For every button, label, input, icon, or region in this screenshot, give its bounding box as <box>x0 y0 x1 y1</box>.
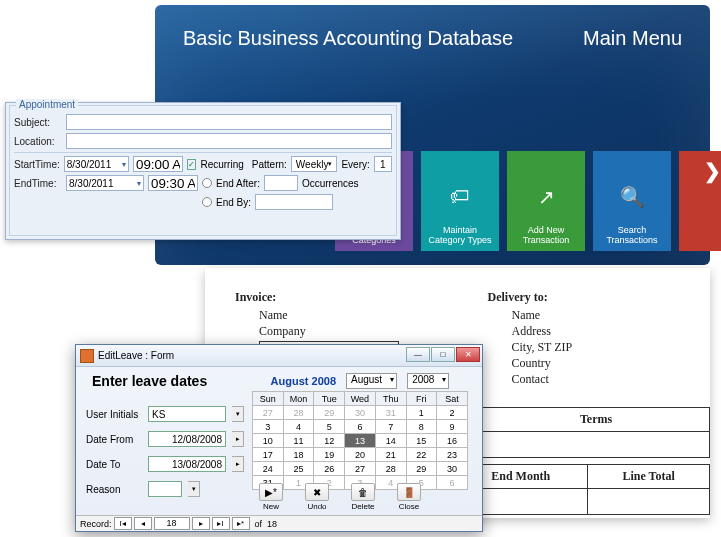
undo-icon: ✖ <box>305 483 329 501</box>
nav-last-button[interactable]: ▸I <box>212 517 230 530</box>
nav-first-button[interactable]: I◂ <box>114 517 132 530</box>
calendar-day[interactable]: 7 <box>375 420 406 434</box>
starttime-label: StartTime: <box>14 159 60 170</box>
calendar-day[interactable]: 23 <box>437 448 468 462</box>
calendar-day[interactable]: 9 <box>437 420 468 434</box>
month-select[interactable]: August <box>346 373 397 389</box>
calendar-day[interactable]: 30 <box>345 406 376 420</box>
endafter-input[interactable] <box>264 175 298 191</box>
calendar-day[interactable]: 20 <box>345 448 376 462</box>
delivery-address: Address <box>512 323 681 339</box>
delivery-contact: Contact <box>512 371 681 387</box>
occurrences-label: Occurrences <box>302 178 359 189</box>
endby-label: End By: <box>216 197 251 208</box>
calendar-grid[interactable]: SunMonTueWedThuFriSat2728293031123456789… <box>252 391 468 490</box>
calendar-day[interactable]: 28 <box>283 406 314 420</box>
chevron-down-icon: ▾ <box>328 160 332 168</box>
date-from-input[interactable]: 12/08/2008 <box>148 431 226 447</box>
nav-new-button[interactable]: ▸* <box>232 517 250 530</box>
calendar-day[interactable]: 4 <box>283 420 314 434</box>
calendar-day[interactable]: 10 <box>253 434 284 448</box>
undo-button[interactable]: ✖Undo <box>298 483 336 511</box>
calendar-day[interactable]: 30 <box>437 462 468 476</box>
user-initials-label: User Initials <box>86 409 142 420</box>
calendar-dow: Tue <box>314 392 345 406</box>
reason-input[interactable] <box>148 481 182 497</box>
calendar-day[interactable]: 11 <box>283 434 314 448</box>
delete-button[interactable]: 🗑Delete <box>344 483 382 511</box>
tile-maintain-category-types[interactable]: 🏷 Maintain Category Types <box>421 151 499 251</box>
calendar-day[interactable]: 13 <box>345 434 376 448</box>
calendar-day[interactable]: 31 <box>375 406 406 420</box>
record-navigator: Record: I◂ ◂ 18 ▸ ▸I ▸* of 18 <box>76 515 482 531</box>
calendar-day[interactable]: 1 <box>406 406 437 420</box>
calendar-dow: Wed <box>345 392 376 406</box>
year-select[interactable]: 2008 <box>407 373 449 389</box>
calendar-day[interactable]: 24 <box>253 462 284 476</box>
titlebar[interactable]: EditLeave : Form — □ ✕ <box>76 345 482 367</box>
end-time-input[interactable] <box>148 175 198 191</box>
app-title: Basic Business Accounting Database <box>183 27 513 50</box>
recurring-checkbox[interactable]: ✓ <box>187 159 196 170</box>
date-picker-icon[interactable]: ▸ <box>232 431 244 447</box>
delivery-name: Name <box>512 307 681 323</box>
end-date-picker[interactable]: 8/30/2011▾ <box>66 175 144 191</box>
calendar-day[interactable]: 18 <box>283 448 314 462</box>
calendar-day[interactable]: 27 <box>345 462 376 476</box>
delivery-heading: Delivery to: <box>488 290 681 305</box>
calendar-day[interactable]: 25 <box>283 462 314 476</box>
tile-next[interactable]: ❯ <box>679 151 721 251</box>
close-button[interactable]: 🚪Close <box>390 483 428 511</box>
date-to-input[interactable]: 13/08/2008 <box>148 456 226 472</box>
record-number[interactable]: 18 <box>154 517 190 530</box>
calendar-day[interactable]: 6 <box>437 476 468 490</box>
calendar-day[interactable]: 2 <box>437 406 468 420</box>
calendar-day[interactable]: 19 <box>314 448 345 462</box>
calendar-day[interactable]: 17 <box>253 448 284 462</box>
calendar-day[interactable]: 16 <box>437 434 468 448</box>
calendar-day[interactable]: 5 <box>314 420 345 434</box>
calendar-day[interactable]: 27 <box>253 406 284 420</box>
endby-date-input[interactable] <box>255 194 333 210</box>
td-terms <box>483 432 710 458</box>
calendar-day[interactable]: 26 <box>314 462 345 476</box>
calendar-day[interactable]: 29 <box>314 406 345 420</box>
subject-input[interactable] <box>66 114 392 130</box>
every-input[interactable]: 1 <box>374 156 392 172</box>
maximize-button[interactable]: □ <box>431 347 455 362</box>
window-close-button[interactable]: ✕ <box>456 347 480 362</box>
calendar-day[interactable]: 8 <box>406 420 437 434</box>
nav-next-button[interactable]: ▸ <box>192 517 210 530</box>
calendar-day[interactable]: 3 <box>253 420 284 434</box>
location-label: Location: <box>14 136 62 147</box>
tag-icon: 🏷 <box>450 185 470 208</box>
editleave-window: EditLeave : Form — □ ✕ Enter leave dates… <box>75 344 483 532</box>
calendar-day[interactable]: 29 <box>406 462 437 476</box>
endafter-radio[interactable] <box>202 178 212 188</box>
minimize-button[interactable]: — <box>406 347 430 362</box>
calendar-day[interactable]: 6 <box>345 420 376 434</box>
tile-search-transactions[interactable]: 🔍 Search Transactions <box>593 151 671 251</box>
main-menu-label: Main Menu <box>583 27 682 50</box>
tile-add-new-transaction[interactable]: ↗ Add New Transaction <box>507 151 585 251</box>
calendar-day[interactable]: 15 <box>406 434 437 448</box>
location-input[interactable] <box>66 133 392 149</box>
every-label: Every: <box>341 159 369 170</box>
date-picker-icon[interactable]: ▸ <box>232 456 244 472</box>
endby-radio[interactable] <box>202 197 212 207</box>
start-time-input[interactable] <box>133 156 183 172</box>
invoice-name: Name <box>259 307 428 323</box>
pattern-select[interactable]: Weekly▾ <box>291 156 338 172</box>
user-initials-input[interactable]: KS <box>148 406 226 422</box>
chevron-down-icon[interactable]: ▾ <box>232 406 244 422</box>
calendar-day[interactable]: 14 <box>375 434 406 448</box>
new-button[interactable]: ▶*New <box>252 483 290 511</box>
calendar-day[interactable]: 12 <box>314 434 345 448</box>
calendar-day[interactable]: 28 <box>375 462 406 476</box>
th-terms: Terms <box>483 408 710 432</box>
calendar-day[interactable]: 21 <box>375 448 406 462</box>
start-date-picker[interactable]: 8/30/2011▾ <box>64 156 129 172</box>
calendar-day[interactable]: 22 <box>406 448 437 462</box>
nav-prev-button[interactable]: ◂ <box>134 517 152 530</box>
chevron-down-icon[interactable]: ▾ <box>188 481 200 497</box>
